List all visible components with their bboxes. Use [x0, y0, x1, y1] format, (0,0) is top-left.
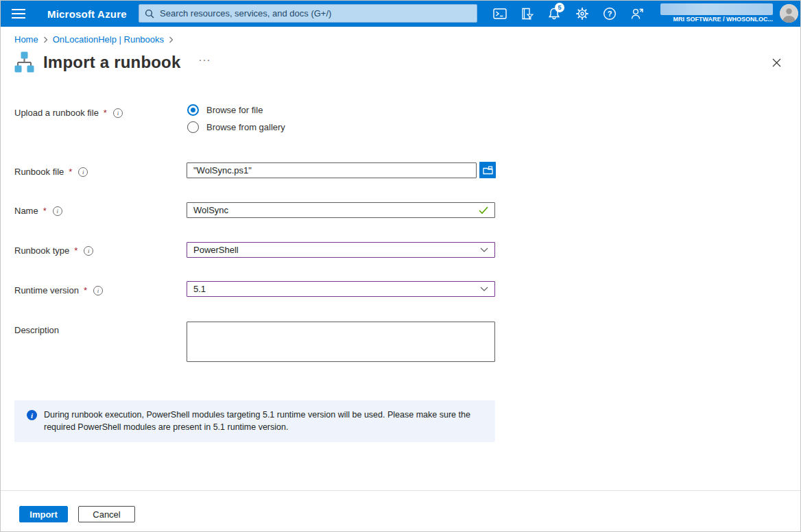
azure-portal-window: Microsoft Azure 5 [0, 0, 801, 532]
selected-value: PowerShell [193, 245, 239, 255]
upload-runbook-file-label: Upload a runbook file * i [14, 108, 123, 118]
chevron-right-icon [169, 36, 174, 43]
svg-text:?: ? [608, 10, 612, 18]
brand-logo[interactable]: Microsoft Azure [47, 1, 127, 27]
runbook-icon [14, 51, 34, 73]
runbook-type-select[interactable]: PowerShell [187, 242, 495, 258]
info-icon[interactable]: i [84, 246, 93, 256]
runtime-version-select[interactable]: 5.1 [187, 281, 495, 297]
required-marker: * [43, 206, 47, 216]
name-label: Name * i [14, 206, 62, 216]
settings-gear-icon[interactable] [575, 7, 589, 21]
footer-divider [1, 490, 800, 491]
more-options-button[interactable]: ··· [199, 53, 211, 71]
runbook-file-input[interactable] [193, 165, 470, 176]
feedback-person-icon[interactable] [630, 7, 644, 21]
cloud-shell-icon[interactable] [493, 7, 507, 21]
radio-label: Browse for file [206, 105, 263, 115]
info-banner-text: During runbook execution, PowerShell mod… [44, 409, 475, 433]
radio-selected-icon[interactable] [187, 104, 199, 116]
chevron-down-icon [480, 287, 488, 291]
radio-browse-from-gallery[interactable]: Browse from gallery [187, 121, 285, 133]
breadcrumb-runbooks-link[interactable]: OnLocationHelp | Runbooks [53, 34, 164, 45]
required-marker: * [69, 167, 72, 177]
browse-file-button[interactable] [479, 162, 496, 178]
selected-value: 5.1 [193, 284, 206, 294]
account-menu[interactable]: MRI SOFTWARE / WHOSONLOC... [660, 1, 773, 27]
search-icon [145, 9, 154, 19]
info-icon[interactable]: i [113, 108, 123, 118]
page-title: Import a runbook [43, 53, 181, 72]
breadcrumb-home-link[interactable]: Home [14, 34, 38, 45]
runbook-type-label: Runbook type * i [14, 245, 93, 256]
avatar[interactable] [780, 4, 798, 23]
notification-count-badge[interactable]: 5 [555, 3, 564, 12]
runbook-file-field [187, 162, 477, 178]
name-input[interactable] [193, 205, 479, 215]
required-marker: * [84, 285, 87, 295]
breadcrumb: Home OnLocationHelp | Runbooks [14, 34, 174, 45]
account-email-redacted [660, 3, 773, 15]
directory-filter-icon[interactable] [520, 7, 534, 21]
runbook-file-label: Runbook file * i [14, 167, 88, 177]
tenant-name: MRI SOFTWARE / WHOSONLOC... [660, 16, 773, 23]
info-banner: i During runbook execution, PowerShell m… [14, 400, 495, 442]
global-search[interactable] [139, 4, 477, 23]
help-icon[interactable]: ? [603, 7, 617, 21]
info-icon: i [27, 410, 37, 420]
avatar-person-icon [780, 4, 798, 23]
description-textarea[interactable] [187, 322, 495, 362]
cancel-button[interactable]: Cancel [78, 506, 135, 522]
info-icon[interactable]: i [93, 286, 103, 295]
required-marker: * [74, 245, 77, 256]
search-input[interactable] [160, 8, 471, 19]
chevron-down-icon [480, 247, 488, 252]
page-header: Import a runbook ··· [14, 51, 211, 73]
chevron-right-icon [43, 36, 48, 43]
description-label: Description [14, 325, 59, 335]
required-marker: * [104, 108, 107, 118]
name-field [187, 202, 495, 218]
top-navigation-bar: Microsoft Azure 5 [1, 1, 800, 27]
info-icon[interactable]: i [78, 167, 88, 177]
import-button[interactable]: Import [19, 506, 68, 522]
hamburger-menu-icon[interactable] [10, 6, 27, 21]
folder-icon [483, 166, 493, 175]
runtime-version-label: Runtime version * i [14, 285, 103, 295]
radio-label: Browse from gallery [206, 122, 285, 132]
valid-check-icon [479, 206, 488, 214]
radio-unselected-icon[interactable] [187, 121, 199, 133]
close-icon[interactable] [769, 56, 783, 69]
radio-browse-for-file[interactable]: Browse for file [187, 104, 263, 116]
info-icon[interactable]: i [53, 206, 62, 216]
